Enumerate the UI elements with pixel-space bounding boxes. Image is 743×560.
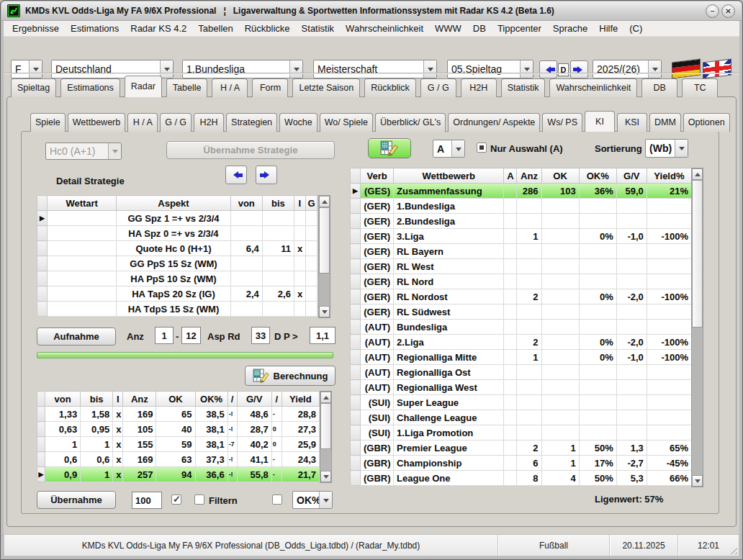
tab-strategien[interactable]: Strategien	[226, 113, 277, 132]
tab-h-a[interactable]: H / A	[212, 78, 248, 97]
tab-letzte-saison[interactable]: Letzte Saison	[292, 78, 360, 97]
scroll-down-icon[interactable]	[319, 306, 330, 317]
tab-ws-ps[interactable]: Ws/ PS	[542, 113, 582, 132]
scroll-up-icon[interactable]	[319, 196, 330, 207]
column-header[interactable]: I	[113, 392, 123, 407]
tab-estimations[interactable]: Estimations	[60, 78, 120, 97]
menu-item-estimations[interactable]: Estimations	[65, 21, 125, 36]
dp-input[interactable]: 1,1	[310, 327, 336, 344]
tab-tc[interactable]: TC	[682, 78, 718, 97]
column-header[interactable]: /	[271, 392, 282, 407]
prev-strategy-button[interactable]	[225, 166, 247, 184]
tab-optionen[interactable]: Optionen	[683, 113, 730, 132]
scroll-up-icon[interactable]	[320, 392, 331, 403]
tab-spiele[interactable]: Spiele	[30, 113, 66, 132]
menu-item-sprache[interactable]: Sprache	[547, 21, 593, 36]
tab-woche[interactable]: Woche	[279, 113, 318, 132]
tab-spieltag[interactable]: Spieltag	[11, 78, 56, 97]
column-header[interactable]: OK%	[195, 392, 228, 407]
column-header[interactable]: Anz	[517, 168, 541, 184]
column-header[interactable]: Wettart	[48, 196, 117, 211]
column-header[interactable]: Verb	[361, 168, 394, 184]
tab-radar[interactable]: Radar	[125, 76, 162, 97]
chevron-down-icon[interactable]	[319, 492, 332, 508]
menu-item-wahrscheinlichkeit[interactable]: Wahrscheinlichkeit	[340, 21, 429, 36]
menu-item-hilfe[interactable]: Hilfe	[593, 21, 623, 36]
menu-item-ergebnisse[interactable]: Ergebnisse	[6, 21, 65, 36]
filtern-checkbox[interactable]	[194, 494, 204, 505]
tab-form[interactable]: Form	[252, 78, 288, 97]
menu-item-db[interactable]: DB	[467, 21, 492, 36]
column-header[interactable]: G/V	[616, 168, 647, 184]
tab-ki[interactable]: KI	[585, 111, 615, 132]
tab-db[interactable]: DB	[641, 78, 677, 97]
column-header[interactable]: von	[45, 392, 81, 407]
tab-tabelle[interactable]: Tabelle	[166, 78, 208, 97]
sort-combo[interactable]: (Wb)	[645, 139, 688, 158]
next-strategy-button[interactable]	[256, 166, 277, 184]
column-header[interactable]: G/V	[237, 392, 271, 407]
anz-to-input[interactable]: 12	[181, 327, 201, 344]
column-header[interactable]: von	[230, 196, 262, 211]
column-header[interactable]: Wettbewerb	[394, 168, 504, 184]
column-header[interactable]: OK	[156, 392, 195, 407]
column-header[interactable]: bis	[81, 392, 113, 407]
result-table-scrollbar[interactable]	[320, 391, 332, 483]
tab-wettbewerb[interactable]: Wettbewerb	[68, 113, 125, 132]
metric-combo[interactable]: OK%	[292, 491, 333, 509]
tab-ksi[interactable]: KSI	[617, 113, 647, 132]
german-flag-icon[interactable]	[672, 58, 700, 77]
tab-h2h[interactable]: H2H	[461, 78, 497, 97]
chevron-down-icon[interactable]	[451, 140, 464, 157]
metric-checkbox[interactable]	[272, 494, 282, 505]
column-header[interactable]: I	[294, 196, 305, 211]
menu-item-r-ckblicke[interactable]: Rückblicke	[239, 21, 296, 36]
tab-ordnungen-aspekte[interactable]: Ordnungen/ Aspekte	[448, 113, 540, 132]
detail-table-scrollbar[interactable]	[318, 195, 330, 318]
tab-g-g[interactable]: G / G	[160, 113, 192, 132]
menu-item-statistik[interactable]: Statistik	[296, 21, 341, 36]
uebernahme-button[interactable]: Übernahme	[37, 491, 116, 509]
tab-wahrscheinlichkeit[interactable]: Wahrscheinlichkeit	[549, 78, 637, 97]
d-toggle[interactable]: D	[558, 63, 569, 76]
menu-item-tippcenter[interactable]: Tippcenter	[492, 21, 547, 36]
menu-item-www[interactable]: WWW	[429, 21, 467, 36]
column-header[interactable]: A	[504, 168, 517, 184]
column-header[interactable]: Aspekt	[117, 196, 230, 211]
column-header[interactable]: OK	[541, 168, 579, 184]
tab-h-a[interactable]: H / A	[127, 113, 158, 132]
tab-r-ckblick[interactable]: Rückblick	[364, 78, 416, 97]
column-header[interactable]: G	[305, 196, 317, 211]
uk-flag-icon[interactable]	[703, 58, 731, 77]
scroll-down-icon[interactable]	[320, 471, 331, 482]
selection-combo[interactable]: A	[433, 140, 465, 158]
column-header[interactable]: Yield%	[647, 168, 691, 184]
stake-checkbox[interactable]	[171, 494, 181, 505]
anz-from-input[interactable]: 1	[155, 327, 174, 344]
nur-auswahl-checkbox[interactable]	[477, 143, 487, 153]
tab-wo-spiele[interactable]: Wo/ Spiele	[320, 113, 373, 132]
scroll-up-icon[interactable]	[692, 168, 703, 180]
berechnung-button[interactable]: Berechnung	[245, 366, 336, 386]
minimize-button[interactable]: –	[706, 4, 719, 18]
league-table-scrollbar[interactable]	[691, 168, 703, 487]
tab-g-g[interactable]: G / G	[420, 78, 456, 97]
column-header[interactable]: bis	[262, 196, 294, 211]
asp-rd-input[interactable]: 33	[251, 327, 270, 344]
tab-dmm[interactable]: DMM	[649, 113, 681, 132]
column-header[interactable]: Yield	[282, 392, 319, 407]
tab-statistik[interactable]: Statistik	[501, 78, 546, 97]
column-header[interactable]: OK%	[579, 168, 616, 184]
tab-h2h[interactable]: H2H	[194, 113, 224, 132]
stake-input[interactable]: 100	[132, 492, 162, 509]
chevron-down-icon[interactable]	[675, 140, 688, 157]
column-header[interactable]: /	[228, 392, 237, 407]
scroll-down-icon[interactable]	[692, 475, 703, 487]
menu-item-tabellen[interactable]: Tabellen	[192, 21, 238, 36]
menu-item-radar-ks-4-2[interactable]: Radar KS 4.2	[125, 21, 192, 36]
calc-selection-button[interactable]	[368, 138, 411, 158]
tab--berblick-gl-s[interactable]: Überblick/ GL's	[375, 113, 446, 132]
close-button[interactable]: ✕	[721, 4, 735, 18]
title-bar[interactable]: KMDs KVL Odds-Liga My FA 9/6X Profession…	[1, 1, 742, 21]
menu-item--c-[interactable]: (C)	[623, 21, 648, 36]
